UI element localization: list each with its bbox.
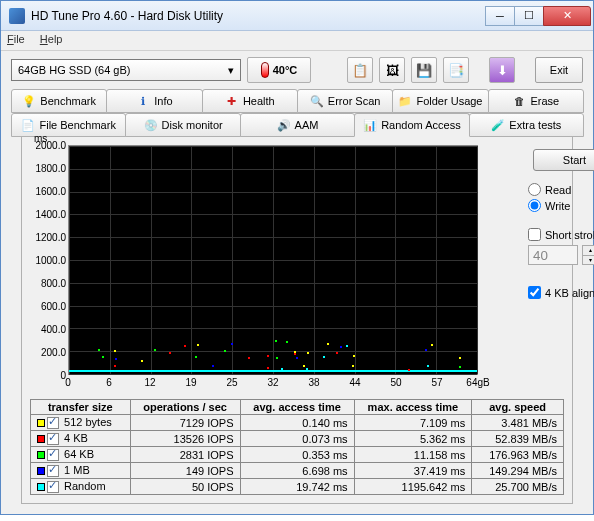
- table-cell: 5.362 ms: [354, 431, 472, 447]
- chart-x-tick: 50: [390, 377, 401, 388]
- menubar: File Help: [1, 31, 593, 51]
- chart-x-tick: 32: [267, 377, 278, 388]
- table-header: avg. access time: [240, 400, 354, 415]
- table-cell: 19.742 ms: [240, 479, 354, 495]
- speaker-icon: 🔊: [277, 118, 291, 132]
- chart-y-tick: 600.0: [41, 301, 66, 312]
- align-checkbox[interactable]: [528, 286, 541, 299]
- disk-icon: 💿: [144, 118, 158, 132]
- chart-baseline: [69, 370, 477, 372]
- save-button[interactable]: 💾: [411, 57, 437, 83]
- side-panel: Start Read Write Short stroke ▴▾ gB 4 KB…: [528, 145, 594, 375]
- row-checkbox[interactable]: [47, 481, 59, 493]
- tab-disk-monitor[interactable]: 💿Disk monitor: [125, 113, 240, 137]
- chart-y-tick: 1200.0: [35, 232, 66, 243]
- bulb-icon: 💡: [22, 94, 36, 108]
- row-checkbox[interactable]: [47, 417, 59, 429]
- table-row: 64 KB2831 IOPS0.353 ms11.158 ms176.963 M…: [31, 447, 564, 463]
- table-cell: 50 IOPS: [130, 479, 240, 495]
- chart-x-tick: 6: [106, 377, 112, 388]
- chart-y-tick: 2000.0: [35, 140, 66, 151]
- tab-info[interactable]: ℹInfo: [106, 89, 202, 113]
- read-radio[interactable]: [528, 183, 541, 196]
- table-row: 1 MB149 IOPS6.698 ms37.419 ms149.294 MB/…: [31, 463, 564, 479]
- row-checkbox[interactable]: [47, 465, 59, 477]
- chart-x-tick: 64gB: [466, 377, 489, 388]
- table-cell: 11.158 ms: [354, 447, 472, 463]
- table-cell: 7129 IOPS: [130, 415, 240, 431]
- table-cell: 6.698 ms: [240, 463, 354, 479]
- folder-icon: 📁: [398, 94, 412, 108]
- write-radio[interactable]: [528, 199, 541, 212]
- tab-file-benchmark[interactable]: 📄File Benchmark: [11, 113, 126, 137]
- window-title: HD Tune Pro 4.60 - Hard Disk Utility: [31, 9, 486, 23]
- table-cell: 13526 IOPS: [130, 431, 240, 447]
- chart-icon: 📊: [363, 118, 377, 132]
- chart-y-tick: 1400.0: [35, 209, 66, 220]
- table-cell: 37.419 ms: [354, 463, 472, 479]
- results-table: transfer sizeoperations / secavg. access…: [30, 399, 564, 495]
- table-cell: 7.109 ms: [354, 415, 472, 431]
- tab-folder-usage[interactable]: 📁Folder Usage: [392, 89, 488, 113]
- table-cell: 0.073 ms: [240, 431, 354, 447]
- temperature-value: 40°C: [273, 64, 298, 76]
- table-cell: 0.353 ms: [240, 447, 354, 463]
- drive-select-value: 64GB HG SSD (64 gB): [18, 64, 131, 76]
- start-button[interactable]: Start: [533, 149, 594, 171]
- titlebar[interactable]: HD Tune Pro 4.60 - Hard Disk Utility ─ ☐…: [1, 1, 593, 31]
- chart-x-tick: 12: [144, 377, 155, 388]
- file-icon: 📄: [21, 118, 35, 132]
- table-header: operations / sec: [130, 400, 240, 415]
- row-checkbox[interactable]: [47, 433, 59, 445]
- row-checkbox[interactable]: [47, 449, 59, 461]
- table-cell: 149 IOPS: [130, 463, 240, 479]
- tab-random-access[interactable]: 📊Random Access: [354, 113, 469, 137]
- short-stroke-label: Short stroke: [545, 229, 594, 241]
- tab-benchmark[interactable]: 💡Benchmark: [11, 89, 107, 113]
- search-icon: 🔍: [310, 94, 324, 108]
- copy-info-button[interactable]: 📋: [347, 57, 373, 83]
- trash-icon: 🗑: [512, 94, 526, 108]
- download-button[interactable]: ⬇: [489, 57, 515, 83]
- info-icon: ℹ: [136, 94, 150, 108]
- chart-y-tick: 800.0: [41, 278, 66, 289]
- flask-icon: 🧪: [491, 118, 505, 132]
- chart-x-tick: 38: [308, 377, 319, 388]
- tab-error-scan[interactable]: 🔍Error Scan: [297, 89, 393, 113]
- screenshot-button[interactable]: 🖼: [379, 57, 405, 83]
- tab-erase[interactable]: 🗑Erase: [488, 89, 584, 113]
- short-stroke-input[interactable]: [528, 245, 578, 265]
- minimize-button[interactable]: ─: [485, 6, 515, 26]
- options-button[interactable]: 📑: [443, 57, 469, 83]
- tab-extra-tests[interactable]: 🧪Extra tests: [469, 113, 584, 137]
- align-label: 4 KB align: [545, 287, 594, 299]
- chart-y-tick: 1000.0: [35, 255, 66, 266]
- short-stroke-spinner[interactable]: ▴▾: [582, 245, 594, 265]
- exit-button[interactable]: Exit: [535, 57, 583, 83]
- chart-y-tick: 1800.0: [35, 163, 66, 174]
- temperature-display: 40°C: [247, 57, 311, 83]
- write-label: Write: [545, 200, 570, 212]
- menu-file[interactable]: File: [7, 33, 25, 45]
- app-window: HD Tune Pro 4.60 - Hard Disk Utility ─ ☐…: [0, 0, 594, 515]
- chart-y-tick: 1600.0: [35, 186, 66, 197]
- table-cell: 3.481 MB/s: [472, 415, 564, 431]
- table-cell: 52.839 MB/s: [472, 431, 564, 447]
- chart-x-tick: 44: [349, 377, 360, 388]
- chart-y-tick: 200.0: [41, 347, 66, 358]
- short-stroke-checkbox[interactable]: [528, 228, 541, 241]
- tab-health[interactable]: ✚Health: [202, 89, 298, 113]
- table-header: avg. speed: [472, 400, 564, 415]
- table-cell: 149.294 MB/s: [472, 463, 564, 479]
- close-button[interactable]: ✕: [543, 6, 591, 26]
- table-header: max. access time: [354, 400, 472, 415]
- menu-help[interactable]: Help: [40, 33, 63, 45]
- chart-x-tick: 57: [431, 377, 442, 388]
- tab-aam[interactable]: 🔊AAM: [240, 113, 355, 137]
- table-row: 512 bytes7129 IOPS0.140 ms7.109 ms3.481 …: [31, 415, 564, 431]
- access-time-chart: [68, 145, 478, 375]
- table-cell: 176.963 MB/s: [472, 447, 564, 463]
- maximize-button[interactable]: ☐: [514, 6, 544, 26]
- drive-select[interactable]: 64GB HG SSD (64 gB) ▾: [11, 59, 241, 81]
- tab-row-2: 📄File Benchmark 💿Disk monitor 🔊AAM 📊Rand…: [11, 113, 583, 137]
